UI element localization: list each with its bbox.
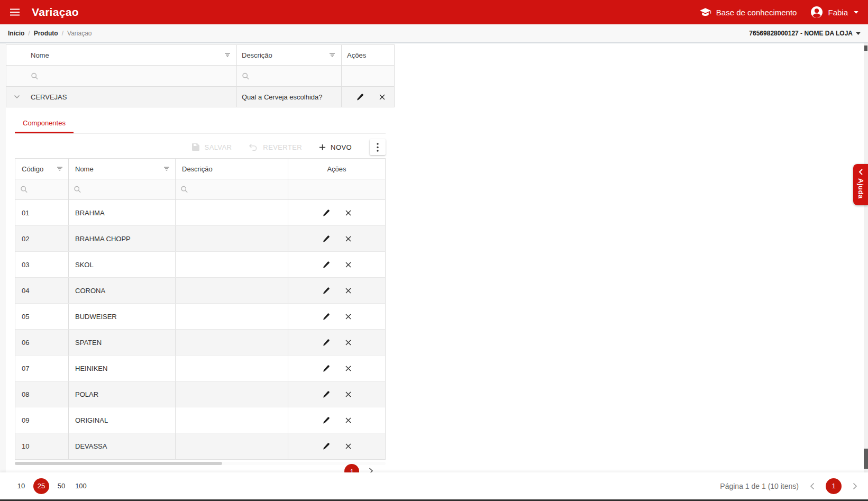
filter-icon[interactable] xyxy=(224,51,231,59)
pencil-icon xyxy=(356,93,364,101)
cell-descricao xyxy=(176,381,288,407)
cell-descricao xyxy=(176,330,288,355)
search-icon xyxy=(180,186,188,194)
horizontal-scrollbar-thumb[interactable] xyxy=(15,462,222,465)
page-size-button-10[interactable]: 10 xyxy=(14,478,29,494)
edit-button[interactable] xyxy=(318,362,334,375)
delete-button[interactable] xyxy=(341,285,356,296)
delete-button[interactable] xyxy=(341,363,356,374)
table-row: 03 SKOL xyxy=(15,252,385,278)
column-header-descricao[interactable]: Descrição xyxy=(176,159,288,179)
delete-button[interactable] xyxy=(341,259,356,270)
delete-button[interactable] xyxy=(341,415,356,426)
help-tab[interactable]: Ajuda xyxy=(853,164,868,205)
revert-button[interactable]: REVERTER xyxy=(249,143,302,151)
page-size-button-25[interactable]: 25 xyxy=(33,478,49,494)
vertical-scrollbar[interactable] xyxy=(864,43,868,472)
filter-input-nome[interactable] xyxy=(69,179,175,199)
detail-section: Componentes SALVAR REVERTER xyxy=(6,114,395,465)
cell-codigo: 04 xyxy=(15,278,69,303)
page-size-selector: 102550100 xyxy=(14,478,88,494)
edit-button[interactable] xyxy=(318,233,334,245)
hamburger-menu-button[interactable] xyxy=(7,6,22,18)
delete-button[interactable] xyxy=(341,311,356,322)
horizontal-scrollbar[interactable] xyxy=(15,462,386,465)
save-button[interactable]: SALVAR xyxy=(191,143,232,151)
cell-nome: CORONA xyxy=(69,278,176,303)
filter-icon[interactable] xyxy=(328,51,336,59)
filter-input-descricao[interactable] xyxy=(237,66,341,86)
column-header-nome[interactable]: Nome xyxy=(69,159,176,179)
components-next-page-button[interactable] xyxy=(369,464,373,472)
scrollbar-up-arrow[interactable] xyxy=(864,45,867,51)
delete-button[interactable] xyxy=(341,233,356,244)
previous-page-button[interactable] xyxy=(808,480,817,492)
filter-input-descricao[interactable] xyxy=(176,179,288,199)
column-header-nome[interactable]: Nome xyxy=(6,45,237,65)
cell-codigo: 06 xyxy=(15,330,69,355)
main-content: Nome Descrição Ações xyxy=(0,43,868,472)
edit-button[interactable] xyxy=(352,91,368,103)
edit-button[interactable] xyxy=(318,285,334,297)
delete-button[interactable] xyxy=(374,92,390,103)
components-page-1-button[interactable]: 1 xyxy=(344,464,359,472)
column-header-descricao[interactable]: Descrição xyxy=(237,45,342,65)
table-row: 08 POLAR xyxy=(15,381,385,407)
edit-button[interactable] xyxy=(318,414,334,426)
knowledge-base-button[interactable]: Base de conhecimento xyxy=(699,7,797,17)
delete-button[interactable] xyxy=(341,337,356,348)
edit-button[interactable] xyxy=(318,311,334,323)
vertical-scrollbar-thumb[interactable] xyxy=(864,449,868,469)
filter-icon[interactable] xyxy=(56,165,63,172)
column-header-label: Código xyxy=(22,165,43,173)
store-selector[interactable]: 76569828000127 - NOME DA LOJA xyxy=(749,30,861,37)
edit-button[interactable] xyxy=(318,259,334,271)
edit-button[interactable] xyxy=(318,440,334,452)
collapse-row-button[interactable] xyxy=(13,94,21,100)
pencil-icon xyxy=(322,235,330,243)
x-icon xyxy=(345,261,352,268)
cell-descricao xyxy=(176,200,288,225)
column-header-codigo[interactable]: Código xyxy=(15,159,69,179)
x-icon xyxy=(345,235,352,242)
x-icon xyxy=(345,313,352,320)
delete-button[interactable] xyxy=(341,207,356,218)
delete-button[interactable] xyxy=(341,441,356,452)
cell-codigo: 09 xyxy=(15,407,69,433)
help-tab-label: Ajuda xyxy=(857,178,865,199)
x-icon xyxy=(345,417,352,424)
column-header-label: Ações xyxy=(327,165,346,173)
tab-componentes[interactable]: Componentes xyxy=(15,114,74,133)
edit-button[interactable] xyxy=(318,207,334,219)
filter-icon[interactable] xyxy=(163,165,170,172)
page-1-button[interactable]: 1 xyxy=(826,478,842,494)
breadcrumb-item[interactable]: Início xyxy=(8,30,24,37)
more-options-button[interactable] xyxy=(370,139,386,155)
next-page-button[interactable] xyxy=(851,480,860,492)
user-menu-button[interactable]: Fabia xyxy=(810,6,858,19)
breadcrumb-item: Variaçao xyxy=(67,30,92,37)
save-icon xyxy=(191,143,200,151)
new-button[interactable]: NOVO xyxy=(319,143,352,151)
x-icon xyxy=(345,365,352,372)
delete-button[interactable] xyxy=(341,389,356,400)
filter-input-nome[interactable] xyxy=(6,66,236,86)
edit-button[interactable] xyxy=(318,336,334,349)
components-grid: Código Nome Descrição xyxy=(15,158,386,460)
cell-descricao xyxy=(176,356,288,381)
app-header: Variaçao Base de conhecimento Fabia xyxy=(0,0,868,24)
page-size-button-100[interactable]: 100 xyxy=(74,478,88,494)
edit-button[interactable] xyxy=(318,388,334,400)
plus-icon xyxy=(319,144,326,151)
cell-codigo: 10 xyxy=(15,433,69,459)
pencil-icon xyxy=(322,365,330,372)
search-icon xyxy=(74,186,81,194)
caret-down-icon xyxy=(856,32,861,35)
breadcrumb-bar: Início/Produto/Variaçao 76569828000127 -… xyxy=(0,24,868,43)
page-size-button-50[interactable]: 50 xyxy=(54,478,69,494)
cell-codigo: 08 xyxy=(15,381,69,407)
search-icon xyxy=(20,186,28,194)
breadcrumb-item[interactable]: Produto xyxy=(34,30,58,37)
cell-codigo: 07 xyxy=(15,356,69,381)
store-label: 76569828000127 - NOME DA LOJA xyxy=(749,30,853,37)
